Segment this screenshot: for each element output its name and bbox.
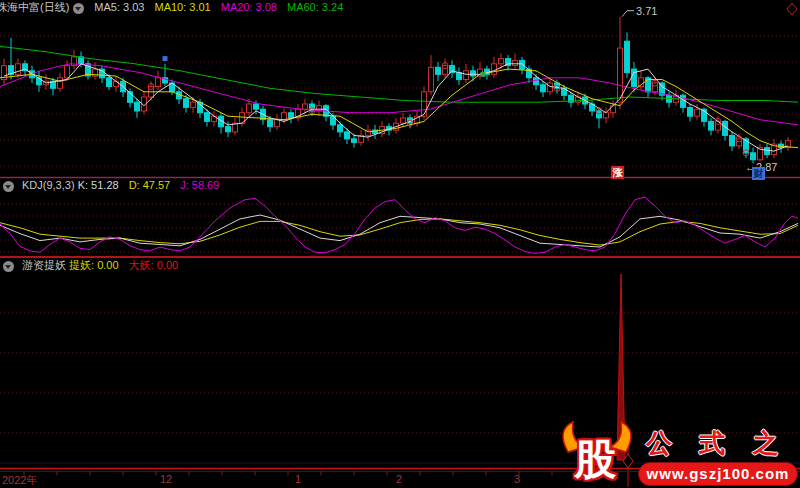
candle bbox=[681, 94, 686, 113]
ma-lines bbox=[0, 46, 798, 151]
candle bbox=[506, 55, 511, 71]
ma-label: MA5: 3.03 bbox=[94, 1, 144, 13]
indicator-value: 提妖: 0.00 bbox=[69, 259, 119, 271]
candle bbox=[639, 71, 644, 90]
kdj-chevron-down-icon[interactable] bbox=[3, 181, 14, 192]
candle bbox=[688, 104, 693, 121]
chart-canvas[interactable]: 3.71←2.87 bbox=[0, 0, 800, 488]
candle bbox=[275, 114, 280, 130]
candle bbox=[212, 111, 217, 127]
candle bbox=[625, 32, 630, 77]
candle bbox=[324, 104, 329, 121]
kdj-line-k bbox=[0, 215, 798, 247]
candle bbox=[289, 109, 294, 123]
watermark-url: www.gszj100.com bbox=[638, 462, 798, 486]
indicator-values: 提妖: 0.00大妖: 0.00 bbox=[69, 259, 188, 271]
candle bbox=[114, 76, 119, 92]
ma-line-ma60 bbox=[0, 46, 798, 102]
ma-labels: MA5: 3.03MA10: 3.01MA20: 3.08MA60: 3.24 bbox=[94, 1, 353, 13]
kdj-values: K: 51.28D: 47.57J: 58.69 bbox=[78, 179, 230, 191]
ma-label: MA60: 3.24 bbox=[287, 1, 343, 13]
indicator-chevron-down-icon[interactable] bbox=[3, 261, 14, 272]
x-axis-label: 2 bbox=[396, 473, 402, 485]
candle bbox=[772, 139, 777, 158]
x-axis-label: 2022年 bbox=[2, 473, 37, 488]
watermark-logo: 股 bbox=[558, 420, 636, 488]
event-badge-zhang[interactable]: 涨 bbox=[611, 166, 624, 179]
indicator-value: 大妖: 0.00 bbox=[129, 259, 179, 271]
candle bbox=[72, 50, 77, 69]
kdj-line-j bbox=[0, 197, 798, 253]
candle bbox=[373, 125, 378, 139]
candle bbox=[142, 92, 147, 115]
indicator-title[interactable]: 游资提妖 bbox=[22, 259, 66, 271]
main-chart-header: 珠海中富(日线)MA5: 3.03MA10: 3.01MA20: 3.08MA6… bbox=[0, 0, 800, 14]
candle bbox=[2, 59, 7, 85]
candle bbox=[730, 132, 735, 151]
indicator-header: 游资提妖 提妖: 0.00大妖: 0.00 bbox=[0, 258, 800, 272]
candle bbox=[296, 104, 301, 121]
candle bbox=[233, 118, 238, 135]
candle bbox=[156, 71, 161, 90]
x-axis-label: 3 bbox=[514, 473, 520, 485]
candle bbox=[163, 64, 168, 87]
stock-title: 珠海中富(日线) bbox=[0, 1, 69, 13]
event-badge-cai[interactable]: 财 bbox=[752, 167, 765, 180]
candle bbox=[58, 73, 63, 92]
ma-line-ma5 bbox=[4, 64, 788, 151]
indicator-gridlines bbox=[0, 313, 800, 433]
candle bbox=[674, 90, 679, 106]
candle bbox=[219, 113, 224, 134]
kdj-title[interactable]: KDJ(9,3,3) bbox=[22, 179, 75, 191]
candle bbox=[597, 108, 602, 129]
kdj-line-d bbox=[0, 219, 798, 245]
candle bbox=[541, 81, 546, 97]
candle bbox=[359, 130, 364, 146]
kdj-lines bbox=[0, 197, 798, 253]
watermark-logo-char: 股 bbox=[574, 432, 616, 488]
candle bbox=[632, 62, 637, 92]
candle bbox=[786, 137, 791, 151]
candle bbox=[492, 57, 497, 78]
candle bbox=[23, 60, 28, 76]
ma-line-ma10 bbox=[0, 69, 798, 148]
candle bbox=[37, 71, 42, 92]
candle bbox=[457, 67, 462, 85]
kdj-value: K: 51.28 bbox=[78, 179, 119, 191]
candle bbox=[667, 92, 672, 108]
watermark-brand: 公 式 之 家 bbox=[646, 426, 800, 461]
candles-layer bbox=[2, 17, 791, 164]
ma-label: MA20: 3.08 bbox=[221, 1, 277, 13]
app-window: 3.71←2.87 珠海中富(日线)MA5: 3.03MA10: 3.01MA2… bbox=[0, 0, 800, 488]
x-axis-label: 12 bbox=[160, 473, 172, 485]
kdj-header: KDJ(9,3,3) K: 51.28D: 47.57J: 58.69 bbox=[0, 178, 800, 192]
ma-line-ma20 bbox=[0, 64, 798, 125]
kdj-gridlines bbox=[0, 204, 800, 252]
ma-label: MA10: 3.01 bbox=[154, 1, 210, 13]
candle bbox=[758, 144, 763, 161]
candle bbox=[380, 121, 385, 137]
candle bbox=[366, 125, 371, 141]
candle bbox=[709, 118, 714, 135]
candle bbox=[478, 62, 483, 79]
candle bbox=[429, 55, 434, 95]
signal-markers bbox=[148, 56, 749, 156]
candle bbox=[513, 53, 518, 69]
candle bbox=[436, 62, 441, 81]
candle bbox=[723, 120, 728, 141]
watermark: 股 公 式 之 家 www.gszj100.com bbox=[558, 420, 800, 488]
chevron-down-icon[interactable] bbox=[73, 3, 84, 14]
candle bbox=[765, 144, 770, 158]
candle bbox=[16, 59, 21, 78]
candle bbox=[100, 66, 105, 83]
x-axis-label: 1 bbox=[295, 473, 301, 485]
candle bbox=[450, 60, 455, 77]
kdj-value: J: 58.69 bbox=[180, 179, 219, 191]
candle bbox=[604, 108, 609, 124]
candle bbox=[135, 99, 140, 118]
kdj-value: D: 47.57 bbox=[129, 179, 171, 191]
candle bbox=[86, 60, 91, 79]
